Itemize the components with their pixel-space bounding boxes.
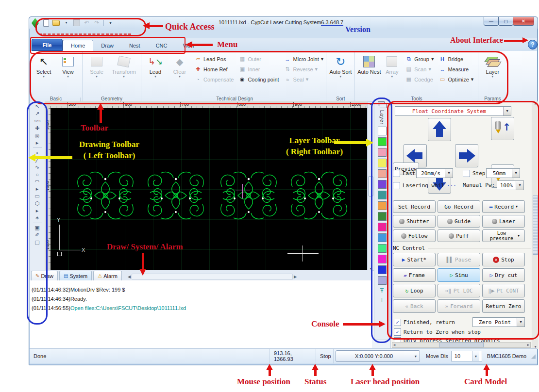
forward-button[interactable]: »Forward — [438, 299, 480, 313]
star-tool-icon[interactable]: ✶ — [32, 214, 43, 222]
simu-button[interactable]: ▷Simu — [438, 268, 480, 282]
minimize-button[interactable]: — — [484, 17, 499, 26]
low-pressure-button[interactable]: Low pressure▼ — [482, 229, 525, 242]
record-button[interactable]: ▬Record▼ — [482, 200, 525, 213]
go-record-button[interactable]: Go Record — [438, 200, 480, 213]
laser-toggle[interactable]: Laser — [482, 215, 525, 228]
tab-cnc[interactable]: CNC — [148, 40, 175, 51]
help-icon[interactable]: ? — [528, 40, 538, 49]
layer-color-swatch[interactable] — [378, 191, 387, 199]
layer-color-swatch[interactable] — [378, 233, 387, 242]
step-distance-select[interactable]: 50mm▼ — [486, 168, 520, 178]
stop-button[interactable]: ✕Stop — [482, 253, 525, 266]
finished-return-row[interactable]: ✓ Finished, return — [394, 319, 455, 326]
laser-position-select[interactable]: X:0.000 Y:0.000▼ — [336, 350, 420, 362]
layer-color-swatch[interactable] — [378, 265, 387, 274]
circle-tool-icon[interactable]: ○ — [32, 171, 43, 178]
fly-cut-vertical-icon[interactable]: ⊥ — [379, 296, 385, 306]
layer-color-swatch[interactable] — [378, 201, 387, 210]
layer-color-swatch[interactable] — [378, 244, 387, 253]
layer-color-swatch[interactable] — [378, 159, 387, 167]
start-button[interactable]: ▶Start* — [393, 253, 436, 266]
drawing-canvas[interactable]: Y X — [51, 108, 367, 270]
polygon-tool-icon[interactable]: ⬡ — [32, 200, 43, 207]
optimize-button[interactable]: ▭Optimize▾ — [436, 74, 476, 84]
new-file-icon[interactable] — [42, 19, 50, 27]
pause-button[interactable]: ▌▌Pause — [438, 253, 480, 266]
flyout-arrow-icon[interactable]: ▸ — [32, 139, 43, 147]
maximize-button[interactable]: ▢ — [498, 17, 513, 26]
follow-toggle[interactable]: Follow — [393, 229, 436, 242]
nozzle-up-button[interactable]: ↑ — [491, 117, 514, 140]
auto-sort-button[interactable]: ↻ Auto Sort▾ — [328, 53, 353, 96]
open-file-icon[interactable] — [52, 19, 60, 27]
fast-speed-select[interactable]: 20mm/s▼ — [416, 168, 453, 178]
layer-color-swatch[interactable] — [378, 148, 387, 157]
outer-button[interactable]: ▦Outer — [236, 54, 281, 64]
tab-view[interactable]: View — [175, 40, 202, 51]
layer-color-swatch[interactable] — [378, 255, 387, 263]
wand-tool-icon[interactable]: ✐ — [32, 231, 43, 239]
arc-tool-icon[interactable]: ◠ — [32, 178, 43, 185]
guide-toggle[interactable]: Guide — [438, 215, 480, 228]
back-button[interactable]: «Back — [393, 299, 436, 313]
inner-button[interactable]: ▣Inner — [236, 64, 281, 74]
resize-grip[interactable]: ◢ — [531, 353, 537, 359]
lasering-checkbox-row[interactable]: ✓ Lasering whil··· — [393, 182, 456, 189]
group-button[interactable]: ⧉Group▾ — [403, 54, 436, 64]
measure-button[interactable]: ↔Measure — [436, 64, 476, 74]
undo-icon[interactable]: ↶ — [83, 19, 90, 27]
rounded-rect-tool-icon[interactable]: ▢ — [32, 239, 43, 246]
open-dropdown-icon[interactable]: ▾ — [63, 19, 70, 27]
bridge-button[interactable]: HBridge — [436, 54, 476, 64]
layer-color-swatch[interactable] — [378, 276, 387, 285]
layer-color-swatch[interactable] — [378, 169, 387, 178]
close-button[interactable]: ✕ — [513, 17, 534, 26]
lead-button[interactable]: ↳↘ Lead▾ — [143, 53, 168, 96]
line-tool-icon[interactable]: ╱ — [32, 156, 43, 163]
pt-loc-button[interactable]: →‖Pt LOC — [438, 284, 480, 297]
scale-button[interactable]: Scale▾ — [84, 53, 109, 96]
tab-system-log[interactable]: ▤System — [59, 271, 92, 280]
flyout-arrow-icon[interactable]: ▸ — [32, 207, 43, 214]
home-ref-button[interactable]: ✚Home Ref — [192, 64, 236, 74]
redo-icon[interactable]: ↷ — [93, 19, 101, 27]
coedge-button[interactable]: ▦Coedge — [403, 74, 436, 84]
step-checkbox-row[interactable]: ✓ Step — [463, 170, 486, 177]
compensate-button[interactable]: ◔Compensate — [192, 74, 236, 84]
layer-color-swatch[interactable] — [378, 212, 387, 221]
combine-tool-icon[interactable]: ▣ — [32, 224, 43, 231]
tab-draw[interactable]: Draw — [93, 40, 121, 51]
scan-button[interactable]: ▤Scan▾ — [403, 64, 436, 74]
jog-right-button[interactable] — [455, 144, 478, 167]
view-button[interactable]: View▾ — [56, 53, 80, 96]
return-zero-stop-row[interactable]: ✓ Return to Zero when stop — [394, 328, 481, 336]
layer-color-swatch[interactable] — [378, 223, 387, 231]
jog-up-button[interactable] — [428, 118, 451, 141]
seal-button[interactable]: ≈Seal▾ — [282, 74, 326, 84]
zoom-tool-icon[interactable]: ◎ — [32, 132, 43, 139]
set-record-button[interactable]: Set Record — [393, 200, 436, 213]
loop-button[interactable]: ↻Loop — [393, 284, 436, 297]
tab-home[interactable]: Home — [63, 40, 93, 51]
node-edit-tool-icon[interactable]: ↗ — [32, 110, 43, 117]
point-tool-icon[interactable]: • — [32, 149, 43, 156]
layer-color-swatch[interactable] — [378, 137, 387, 146]
pan-tool-icon[interactable]: ✚ — [32, 125, 43, 132]
reverse-button[interactable]: ⇅Reverse▾ — [282, 64, 326, 74]
shutter-toggle[interactable]: Shutter — [393, 215, 436, 228]
qat-overflow-icon[interactable]: ▾ — [107, 19, 114, 27]
save-icon[interactable] — [73, 19, 80, 27]
layer-button[interactable]: Layer▾ — [480, 53, 505, 96]
file-menu-button[interactable]: File — [32, 39, 63, 51]
array-button[interactable]: Array▾ — [381, 53, 403, 96]
puff-toggle[interactable]: Puff — [438, 229, 480, 242]
canvas-vertical-scrollbar[interactable]: ▲▼ — [367, 101, 374, 271]
fast-checkbox-row[interactable]: ✓ Fast — [393, 170, 416, 177]
finished-return-select[interactable]: Zero Point▼ — [472, 317, 525, 327]
polyline-tool-icon[interactable]: ∿ — [32, 163, 43, 171]
layer-color-swatch[interactable] — [378, 127, 387, 135]
layer-color-swatch[interactable] — [378, 180, 387, 189]
frame-button[interactable]: ▰Frame — [393, 268, 436, 282]
select-button[interactable]: ↖ Select▾ — [32, 53, 56, 96]
